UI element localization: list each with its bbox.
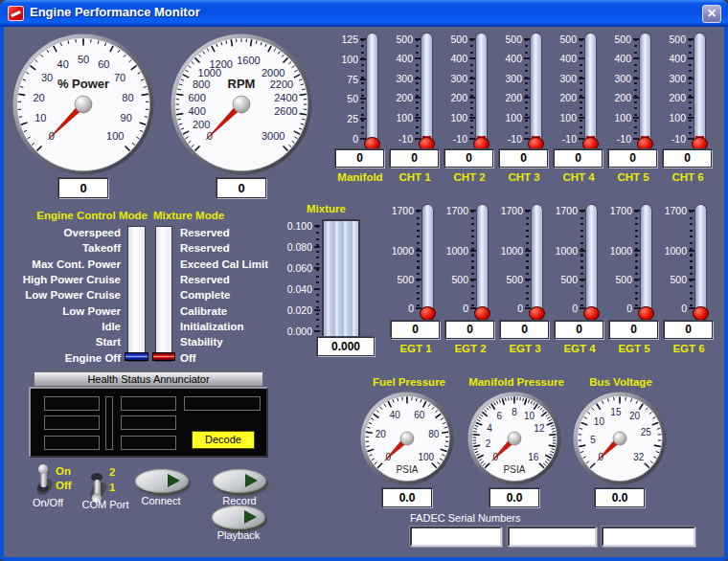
thermo-scale-label: 0 — [444, 303, 468, 314]
mixture-mode-list: ReservedReservedExceed Cal LimitReserved… — [180, 225, 305, 366]
thermometer-egt-4: 0500100017000EGT 4 — [553, 203, 606, 358]
engine-mode-slider-track[interactable] — [127, 226, 146, 362]
annunciator-header: Health Status Annunciator — [34, 371, 263, 387]
thermo-bulb — [420, 306, 436, 321]
thermo-display-cht-3: 0 — [499, 149, 548, 168]
mixture-mode-item: Initialization — [180, 319, 305, 334]
thermo-major-tick — [633, 38, 639, 40]
thermo-display-egt-5: 0 — [609, 321, 658, 339]
thermo-major-tick — [688, 138, 694, 140]
gauge-dial: 02468101216PSIA — [466, 391, 562, 486]
thermo-minor-ticks — [635, 211, 638, 308]
gauge-dial: 0200400600800100012001600200022002400260… — [170, 33, 313, 176]
thermo-display-manifold: 0 — [335, 149, 384, 168]
engine-mode-slider-handle[interactable] — [125, 352, 148, 361]
thermo-major-tick — [634, 279, 640, 280]
thermo-display-cht-5: 0 — [608, 149, 657, 168]
bus-voltage-gauge: 051015202532 — [572, 391, 668, 490]
app-icon-swoosh — [11, 11, 21, 17]
mixture-minor-ticks — [316, 226, 319, 331]
com-port-1-label: 1 — [109, 482, 115, 493]
thermo-tube — [476, 204, 489, 315]
decode-button[interactable]: Decode — [192, 431, 255, 449]
svg-text:2000: 2000 — [262, 67, 284, 79]
connect-button[interactable] — [135, 469, 189, 493]
svg-text:2: 2 — [486, 438, 491, 449]
thermo-major-tick — [689, 279, 694, 280]
thermo-display-cht-6: 0 — [663, 149, 712, 168]
thermo-scale-label: 400 — [388, 53, 413, 64]
thermo-major-tick — [525, 210, 531, 212]
thermo-scale-label: 1000 — [444, 245, 468, 257]
com-port-2-label: 2 — [109, 466, 115, 478]
thermo-bulb — [693, 306, 709, 321]
mixture-mode-header: Mixture Mode — [153, 210, 224, 221]
close-button[interactable]: ✕ — [702, 5, 721, 23]
thermo-major-tick — [580, 279, 585, 280]
thermo-scale-label: 500 — [607, 274, 632, 285]
thermo-minor-ticks — [580, 39, 582, 139]
thermo-major-tick — [469, 117, 475, 119]
mixture-mode-slider-track[interactable] — [155, 226, 172, 362]
mixture-mode-slider-handle[interactable] — [152, 352, 175, 361]
thermo-scale-label: 1000 — [662, 245, 687, 257]
engine-mode-item: Takeoff — [8, 240, 121, 256]
thermo-minor-ticks — [690, 211, 693, 308]
engine-mode-item: Max Cont. Power — [8, 257, 121, 272]
thermo-major-tick — [415, 117, 421, 119]
thermo-scale-label: 1700 — [444, 205, 468, 216]
svg-text:1200: 1200 — [209, 58, 232, 70]
annunciator-cell — [121, 396, 176, 411]
thermo-display-egt-1: 0 — [391, 321, 440, 339]
thermo-scale-label: 500 — [444, 274, 468, 285]
mixture-mode-item: Complete — [180, 287, 305, 303]
thermo-scale-label: 400 — [606, 53, 631, 64]
thermo-major-tick — [579, 57, 584, 59]
thermo-major-tick — [415, 138, 421, 140]
thermometer-cht-6: -101002003004005000CHT 6 — [661, 32, 715, 187]
thermo-bulb — [638, 306, 654, 321]
thermo-major-tick — [470, 279, 476, 280]
thermo-major-tick — [470, 307, 476, 309]
thermo-scale-label: 300 — [497, 73, 522, 84]
svg-text:600: 600 — [188, 92, 205, 103]
thermo-major-tick — [689, 307, 694, 309]
thermo-scale-label: 200 — [443, 92, 467, 103]
thermo-scale-label: 500 — [389, 274, 414, 285]
svg-text:2200: 2200 — [270, 79, 293, 90]
thermo-scale-label: 1700 — [662, 205, 687, 216]
playback-button[interactable] — [212, 505, 265, 529]
thermo-scale-label: 125 — [333, 34, 358, 45]
thermo-tube — [694, 33, 706, 146]
on-off-switch[interactable] — [33, 464, 54, 499]
thermo-major-tick — [634, 307, 640, 309]
thermo-major-tick — [633, 78, 639, 79]
power-display: 0 — [58, 178, 108, 198]
thermo-major-tick — [579, 78, 584, 79]
fadec-serial-field-3[interactable] — [602, 527, 695, 547]
thermometer-cht-2: -101002003004005000CHT 2 — [443, 32, 496, 187]
thermo-scale-label: 300 — [443, 73, 467, 84]
thermo-name-label: EGT 1 — [389, 343, 443, 354]
fadec-serial-field-2[interactable] — [508, 527, 597, 547]
thermo-major-tick — [416, 250, 421, 252]
thermo-scale-label: 0 — [333, 133, 358, 145]
record-button[interactable] — [213, 469, 266, 493]
annunciator-cell — [44, 415, 100, 430]
thermo-tube — [475, 33, 488, 146]
thermo-name-label: CHT 5 — [606, 171, 660, 183]
thermo-scale-label: 1000 — [553, 245, 578, 257]
svg-text:70: 70 — [114, 72, 125, 83]
mixture-label: Mixture — [307, 203, 346, 214]
on-off-caption: On/Off — [23, 497, 73, 508]
fadec-serial-field-1[interactable] — [410, 527, 502, 547]
thermo-major-tick — [525, 279, 531, 280]
thermo-minor-ticks — [471, 211, 474, 308]
com-port-switch[interactable] — [86, 468, 107, 503]
thermo-scale-label: 100 — [552, 112, 577, 123]
thermo-major-tick — [469, 97, 475, 99]
thermometer-cht-1: -101002003004005000CHT 1 — [388, 32, 442, 187]
thermo-scale-label: 200 — [388, 92, 413, 103]
thermometer-manifold: 02550751001250Manifold — [333, 32, 387, 187]
thermo-major-tick — [633, 57, 639, 59]
